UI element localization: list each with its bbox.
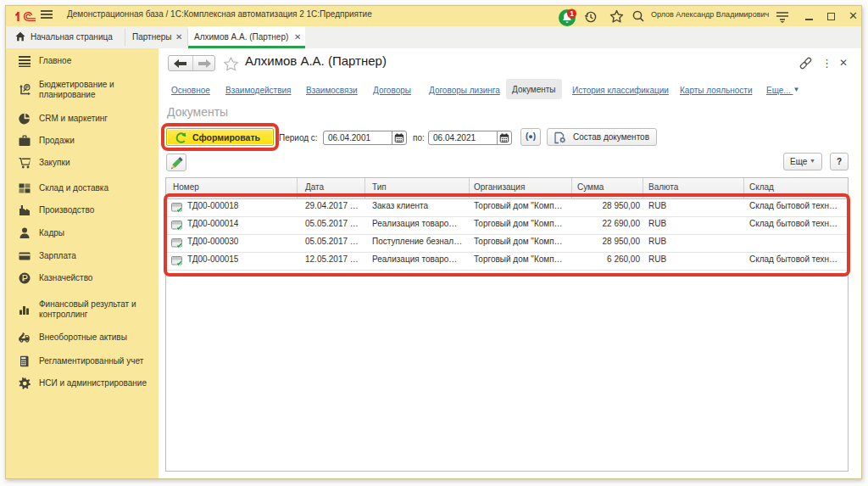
- svg-text:1: 1: [570, 9, 574, 18]
